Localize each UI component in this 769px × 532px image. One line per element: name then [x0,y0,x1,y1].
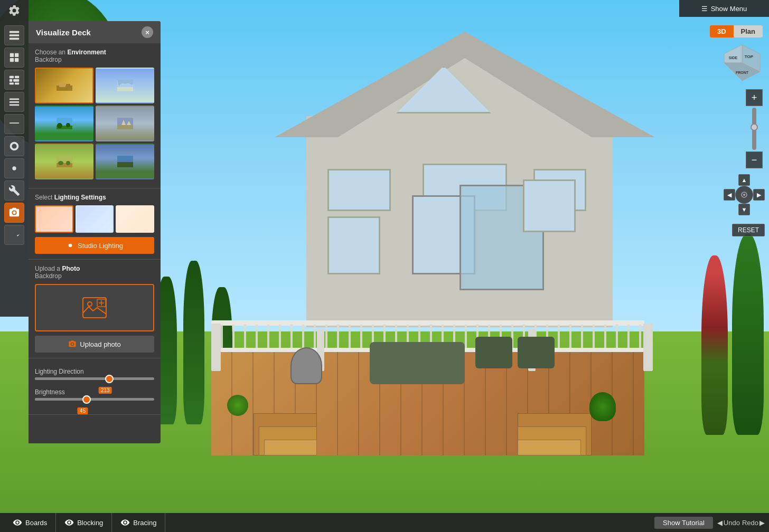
lighting-direction-slider[interactable]: 213 [35,377,154,380]
svg-rect-7 [10,76,14,79]
blocking-eye-icon [64,518,74,527]
undo-button[interactable]: ◀ Undo [717,519,740,527]
backdrop-1-inner [36,69,92,102]
svg-rect-10 [13,79,19,82]
svg-text:SIDE: SIDE [729,56,738,60]
zoom-out-button[interactable]: − [746,151,763,168]
svg-marker-40 [724,45,742,63]
svg-point-46 [743,194,745,196]
sidebar-item-screws[interactable] [4,158,24,178]
svg-point-31 [58,161,63,165]
reset-button[interactable]: RESET [732,224,765,236]
svg-text:FRONT: FRONT [736,71,749,74]
backdrop-thumb-1[interactable] [35,68,93,103]
svg-rect-11 [10,83,14,85]
backdrop-thumb-6[interactable] [96,144,154,179]
upload-icon [82,297,107,318]
blocking-tab[interactable]: Blocking [56,513,112,532]
nav-down-arrow[interactable]: ▼ [738,204,750,215]
upload-area[interactable] [35,284,154,331]
brightness-label: Brightness [35,388,154,396]
svg-point-25 [57,123,62,128]
zoom-slider-thumb[interactable] [751,124,758,131]
upload-photo-button[interactable]: Upload photo [35,336,154,353]
camera-icon [68,340,77,348]
sidebar-item-boards[interactable] [4,25,24,45]
environment-section: Choose an Environment Backdrop [29,43,161,188]
svg-rect-20 [66,84,70,87]
view-3d-button[interactable]: 3D [710,25,734,37]
bracing-eye-icon [120,518,130,527]
zoom-slider[interactable] [752,108,756,150]
svg-rect-1 [10,34,19,36]
show-menu-label: Show Menu [711,5,747,13]
sidebar-item-visualize[interactable] [4,203,24,223]
lighting-section: Select Lighting Settings Studio Lighting [29,188,161,260]
studio-icon [66,241,74,250]
svg-rect-2 [10,38,19,40]
sidebar-item-pattern[interactable] [4,114,24,134]
backdrop-grid [35,68,154,179]
show-menu-bar[interactable]: ☰ Show Menu [679,0,769,17]
light-thumb-2[interactable] [76,205,114,233]
lighting-direction-label: Lighting Direction [35,368,154,375]
backdrop-thumb-3[interactable] [35,106,93,141]
upload-section: Upload a Photo Backdrop Upload photo [29,260,161,358]
panel-close-button[interactable]: × [142,26,153,38]
brightness-slider[interactable]: 45 [35,398,154,401]
redo-button[interactable]: Redo ▶ [742,519,765,527]
svg-text:TOP: TOP [745,54,754,59]
navigation-arrows: ▲ ▼ ◀ ▶ [724,174,765,215]
svg-rect-12 [15,83,19,85]
view-plan-button[interactable]: Plan [734,25,763,37]
cube-navigator[interactable]: TOP SIDE FRONT [721,42,763,83]
svg-rect-13 [10,99,19,100]
visualize-deck-panel: Visualize Deck × Choose an Environment B… [29,21,161,443]
svg-rect-34 [117,162,133,167]
deck-chairs [370,342,465,384]
bracing-tab[interactable]: Bracing [112,513,165,532]
backdrop-4-inner [97,107,153,140]
sidebar-item-brick[interactable] [4,70,24,90]
light-thumb-1[interactable] [35,205,73,233]
cube-nav-svg: TOP SIDE FRONT [721,42,763,83]
nav-right-arrow[interactable]: ▶ [753,189,765,201]
bracing-label: Bracing [133,519,156,527]
plant-pots [227,395,248,416]
panel-title: Visualize Deck [36,28,91,37]
view-toggle: 3D Plan [710,25,763,37]
backdrop-6-inner [97,145,153,178]
show-tutorial-button[interactable]: Show Tutorial [654,517,713,529]
sidebar-item-horizontal[interactable] [4,92,24,112]
sidebar-item-blocking[interactable] [4,48,24,68]
nav-up-arrow[interactable]: ▲ [738,174,750,186]
nav-center-icon [740,191,748,198]
backdrop-thumb-5[interactable] [35,144,93,179]
svg-rect-28 [117,125,133,129]
backdrop-3-inner [36,107,92,140]
bottom-bar: Boards Blocking Bracing Show Tutorial ◀ … [0,513,769,532]
boards-tab[interactable]: Boards [4,513,56,532]
sliders-section: Lighting Direction 213 Brightness 45 [29,358,161,415]
light-thumb-3[interactable] [116,205,154,233]
nav-left-arrow[interactable]: ◀ [724,189,735,201]
sidebar-item-tools[interactable] [4,180,24,201]
nav-center-button[interactable] [735,186,753,204]
sidebar-item-list[interactable] [4,225,24,245]
svg-point-32 [66,161,70,165]
svg-point-17 [12,166,16,170]
upload-label: Upload a Photo Backdrop [35,265,154,280]
zoom-controls: + − [746,89,763,169]
svg-point-35 [69,244,72,248]
left-sidebar [0,21,29,317]
gear-button[interactable] [0,0,29,21]
svg-rect-19 [59,83,65,87]
plant-right [589,392,616,421]
studio-lighting-button[interactable]: Studio Lighting [35,237,154,254]
backdrop-thumb-4[interactable] [96,106,154,141]
zoom-in-button[interactable]: + [746,89,763,106]
lighting-label: Select Lighting Settings [35,194,154,201]
backdrop-thumb-2[interactable] [96,68,154,103]
sidebar-item-pipe[interactable] [4,136,24,156]
bottom-tabs: Boards Blocking Bracing [4,513,165,532]
